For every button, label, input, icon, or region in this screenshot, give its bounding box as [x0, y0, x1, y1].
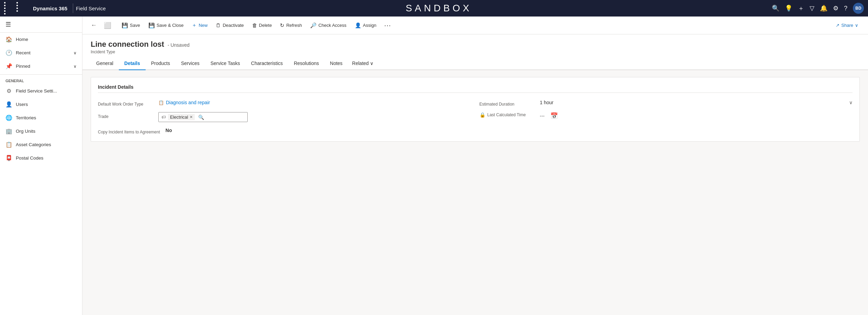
sidebar-settings-label: Field Service Setti...: [16, 88, 57, 94]
tab-general[interactable]: General: [91, 57, 119, 70]
filter-icon[interactable]: ▽: [810, 4, 814, 12]
estimated-duration-chevron[interactable]: ∨: [849, 100, 853, 105]
lock-icon: 🔒: [480, 112, 485, 118]
user-avatar[interactable]: BD: [853, 3, 864, 14]
tab-characteristics[interactable]: Characteristics: [246, 57, 289, 70]
page-title-area: Line connection lost - Unsaved: [91, 40, 860, 49]
pinned-icon: 📌: [5, 63, 12, 69]
share-icon: ↗: [836, 23, 839, 28]
module-label[interactable]: Field Service: [76, 6, 106, 11]
sidebar-item-pinned[interactable]: 📌 Pinned ∨: [0, 59, 82, 73]
sidebar-item-recent[interactable]: 🕐 Recent ∨: [0, 46, 82, 59]
page-subtitle: Incident Type: [91, 50, 860, 54]
last-calculated-time-field: 🔒 Last Calculated Time --- 📅: [480, 112, 853, 120]
toolbar: ← ⬜ 💾 Save 💾 Save & Close ＋ New 🗒 Deacti…: [82, 17, 868, 34]
dynamics-label[interactable]: Dynamics 365: [30, 6, 70, 11]
work-order-type-link-icon: 📋: [158, 100, 164, 105]
new-icon: ＋: [192, 22, 197, 29]
top-navigation: Dynamics 365 Field Service SANDBOX 🔍 💡 ＋…: [0, 0, 868, 17]
assign-button[interactable]: 👤 Assign: [351, 20, 380, 31]
save-close-icon: 💾: [148, 22, 155, 29]
chevron-down-icon: ∨: [74, 51, 77, 55]
check-access-button[interactable]: 🔎 Check Access: [307, 20, 350, 31]
app-grid-icon[interactable]: [4, 2, 27, 14]
sidebar-users-label: Users: [16, 102, 28, 107]
trade-search-icon[interactable]: 🔍: [198, 115, 204, 120]
save-label: Save: [130, 23, 140, 28]
settings-icon: ⚙: [5, 88, 12, 94]
deactivate-label: Deactivate: [223, 23, 244, 28]
delete-label: Delete: [259, 23, 272, 28]
sidebar-asset-categories-label: Asset Categories: [16, 142, 51, 147]
sidebar-org-units-label: Org Units: [16, 129, 35, 134]
tab-related[interactable]: Related ∨: [348, 57, 377, 69]
form-left-column: Default Work Order Type 📋 Diagnosis and …: [98, 100, 471, 134]
sidebar-item-asset-categories[interactable]: 📋 Asset Categories: [0, 138, 82, 151]
tab-service-tasks[interactable]: Service Tasks: [205, 57, 246, 70]
trade-chip-value: Electrical: [170, 115, 188, 120]
sidebar-item-users[interactable]: 👤 Users: [0, 98, 82, 111]
page-header: Line connection lost - Unsaved Incident …: [82, 34, 868, 54]
tab-services[interactable]: Services: [176, 57, 205, 70]
tab-products[interactable]: Products: [146, 57, 176, 70]
more-button[interactable]: ⋯: [381, 20, 394, 31]
tab-details[interactable]: Details: [119, 57, 146, 70]
sidebar-divider: [0, 74, 82, 75]
copy-incident-label: Copy Incident Items to Agreement: [98, 128, 160, 134]
sidebar-item-field-service-settings[interactable]: ⚙ Field Service Setti...: [0, 84, 82, 98]
sidebar-item-territories[interactable]: 🌐 Territories: [0, 111, 82, 124]
recent-icon: 🕐: [5, 50, 12, 56]
new-button[interactable]: ＋ New: [188, 20, 211, 31]
delete-icon: 🗑: [252, 22, 257, 28]
assign-label: Assign: [363, 23, 376, 28]
add-icon[interactable]: ＋: [798, 4, 804, 12]
refresh-label: Refresh: [286, 23, 302, 28]
sidebar-item-postal-codes[interactable]: 📮 Postal Codes: [0, 151, 82, 165]
sidebar-item-org-units[interactable]: 🏢 Org Units: [0, 124, 82, 138]
save-close-button[interactable]: 💾 Save & Close: [145, 20, 187, 31]
content-area: ← ⬜ 💾 Save 💾 Save & Close ＋ New 🗒 Deacti…: [82, 17, 868, 315]
unsaved-indicator: - Unsaved: [168, 42, 190, 48]
deactivate-icon: 🗒: [216, 22, 221, 28]
forward-button[interactable]: ⬜: [101, 20, 114, 31]
refresh-button[interactable]: ↻ Refresh: [277, 20, 305, 31]
refresh-icon: ↻: [280, 22, 284, 29]
deactivate-button[interactable]: 🗒 Deactivate: [212, 20, 247, 30]
search-icon[interactable]: 🔍: [772, 4, 779, 12]
page-title: Line connection lost: [91, 40, 164, 49]
help-icon[interactable]: ?: [844, 5, 847, 12]
tab-resolutions[interactable]: Resolutions: [288, 57, 324, 70]
main-layout: ☰ 🏠 Home 🕐 Recent ∨ 📌 Pinned ∨ General ⚙…: [0, 17, 868, 315]
lightbulb-icon[interactable]: 💡: [785, 4, 792, 12]
bell-icon[interactable]: 🔔: [820, 4, 827, 12]
sidebar-section-general: General: [0, 76, 82, 84]
check-access-icon: 🔎: [310, 22, 317, 29]
trade-field: Trade 🏷 Electrical ✕ 🔍: [98, 112, 471, 122]
asset-categories-icon: 📋: [5, 141, 12, 148]
check-access-label: Check Access: [318, 23, 347, 28]
estimated-duration-value: 1 hour: [540, 100, 847, 105]
sidebar-item-home[interactable]: 🏠 Home: [0, 33, 82, 46]
new-label: New: [199, 23, 207, 28]
default-work-order-type-field: Default Work Order Type 📋 Diagnosis and …: [98, 100, 471, 107]
tab-notes[interactable]: Notes: [325, 57, 348, 70]
save-icon: 💾: [122, 22, 128, 29]
home-icon: 🏠: [5, 36, 12, 43]
estimated-duration-field: Estimated Duration 1 hour ∨: [480, 100, 853, 107]
share-button[interactable]: ↗ Share ∨: [832, 21, 863, 30]
trade-chip-close[interactable]: ✕: [190, 115, 193, 119]
hamburger-icon[interactable]: ☰: [0, 17, 82, 33]
sidebar-recent-label: Recent: [16, 50, 31, 55]
save-button[interactable]: 💾 Save: [118, 20, 144, 31]
sidebar-home-label: Home: [16, 37, 28, 42]
estimated-duration-label: Estimated Duration: [480, 100, 534, 107]
incident-details-section: Incident Details Default Work Order Type…: [91, 77, 860, 142]
last-calculated-time-value: ---: [540, 113, 545, 119]
default-work-order-type-value[interactable]: 📋 Diagnosis and repair: [158, 100, 210, 105]
calendar-icon[interactable]: 📅: [550, 112, 558, 120]
delete-button[interactable]: 🗑 Delete: [249, 20, 275, 30]
back-button[interactable]: ←: [88, 20, 100, 30]
trade-input-container[interactable]: 🏷 Electrical ✕ 🔍: [158, 112, 248, 122]
last-calculated-time-label: Last Calculated Time: [487, 112, 526, 117]
settings-icon[interactable]: ⚙: [833, 4, 838, 12]
